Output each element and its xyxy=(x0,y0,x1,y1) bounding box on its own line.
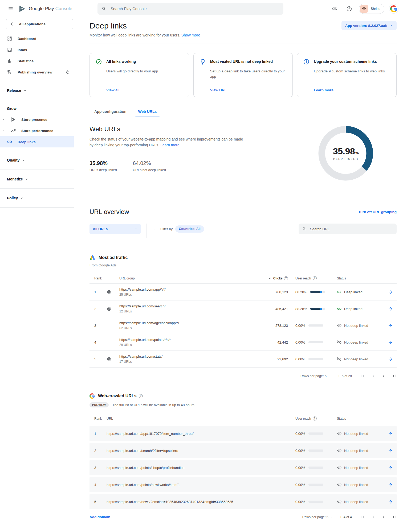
table-row[interactable]: 4 https://sample.url.com/points/howitwor… xyxy=(89,477,397,492)
view-url-link[interactable]: View URL xyxy=(210,84,287,92)
url-group: https://sample.url.com/points/*/c/* xyxy=(119,338,256,342)
preview-target-icon[interactable] xyxy=(107,306,112,311)
col-status: Status xyxy=(333,417,384,420)
sidebar-item-publishing-overview[interactable]: Publishing overview xyxy=(0,67,74,78)
card-title: Upgrade your custom scheme links xyxy=(314,59,377,64)
open-row-arrow-icon[interactable] xyxy=(384,448,397,453)
url: https://sample.url.com/news/?emclan=1035… xyxy=(107,500,288,504)
page-title: Deep links xyxy=(89,21,127,30)
sync-icon[interactable] xyxy=(66,70,70,75)
main-content: Deep links App version: 8.2.027.aab Moni… xyxy=(74,18,403,532)
sidebar-section-policy[interactable]: Policy xyxy=(0,192,74,204)
next-page-icon[interactable] xyxy=(381,514,386,519)
table-row[interactable]: 1 https://sample.url.com/app/*/*/25 URLs… xyxy=(89,284,397,300)
dropdown-caret-icon xyxy=(330,516,333,518)
table-row[interactable]: 2 https://sample.url.com/search/?filter=… xyxy=(89,443,397,458)
user-reach-help-icon[interactable]: ? xyxy=(313,416,317,420)
status-badge: Not deep linked xyxy=(333,465,384,470)
table-row[interactable]: 4 https://sample.url.com/points/*/c/*29 … xyxy=(89,334,397,351)
sidebar-section-release[interactable]: Release xyxy=(0,84,74,97)
hamburger-menu-icon[interactable] xyxy=(5,3,16,14)
page-subtitle: Monitor how well deep links are working … xyxy=(89,33,397,37)
show-more-link[interactable]: Show more xyxy=(181,33,200,37)
open-row-arrow-icon[interactable] xyxy=(384,482,397,487)
prev-page-icon[interactable] xyxy=(371,514,376,519)
clicks-value: 22,692 xyxy=(256,357,288,361)
reach-value: 0.00% xyxy=(295,449,305,453)
table-row[interactable]: 5 https://sample.url.com/stats/17 URLs 2… xyxy=(89,351,397,368)
open-row-arrow-icon[interactable] xyxy=(384,340,397,345)
last-page-icon[interactable] xyxy=(392,373,397,378)
reach-value: 0.00% xyxy=(295,324,305,328)
global-search[interactable] xyxy=(97,3,283,15)
open-row-arrow-icon[interactable] xyxy=(384,290,397,295)
user-reach-help-icon[interactable]: ? xyxy=(313,276,317,280)
status-badge: Not deep linked xyxy=(333,482,384,487)
search-icon xyxy=(102,6,106,11)
reach-value: 0.00% xyxy=(295,432,305,436)
open-row-arrow-icon[interactable] xyxy=(384,499,397,504)
last-page-icon[interactable] xyxy=(392,514,397,519)
donut-value: 35.98 xyxy=(333,146,355,156)
all-applications-button[interactable]: All applications xyxy=(6,19,73,29)
table-row[interactable]: 3 https://sample.url.com/agecheck/app/*/… xyxy=(89,317,397,334)
tab-web-urls[interactable]: Web URLs xyxy=(133,109,162,117)
open-row-arrow-icon[interactable] xyxy=(384,431,397,436)
app-version-selector[interactable]: App version: 8.2.027.aab xyxy=(341,21,397,30)
table-row[interactable]: 1 https://sample.url.com/app/1817070/ite… xyxy=(89,426,397,441)
web-crawled-help-icon[interactable]: ? xyxy=(139,394,143,398)
tab-app-configuration[interactable]: App configuration xyxy=(89,109,131,117)
sidebar-item-dashboard[interactable]: Dashboard xyxy=(0,33,74,44)
sidebar-item-deep-links[interactable]: Deep links xyxy=(0,136,74,147)
col-clicks[interactable]: Clicks ? xyxy=(256,276,288,280)
deep-linked-donut-chart: 35.98% DEEP LINKED xyxy=(318,125,374,181)
google-account-avatar[interactable] xyxy=(389,4,398,13)
app-switcher-chip[interactable]: Shrine xyxy=(359,4,384,14)
url-group: https://sample.url.com/stats/ xyxy=(119,354,256,358)
table-row[interactable]: 2 https://sample.url.com/search/12 URLs … xyxy=(89,300,397,317)
prev-page-icon[interactable] xyxy=(371,373,376,378)
status-badge: Deep linked xyxy=(333,290,384,294)
inbox-icon xyxy=(7,47,12,52)
help-icon[interactable] xyxy=(344,4,354,14)
first-page-icon[interactable] xyxy=(360,373,365,378)
reach-value: 0.00% xyxy=(295,340,305,344)
learn-more-link[interactable]: Learn more xyxy=(160,143,180,147)
turn-off-url-grouping-link[interactable]: Turn off URL grouping xyxy=(359,210,397,214)
reach-bar xyxy=(308,324,323,327)
open-row-arrow-icon[interactable] xyxy=(384,306,397,311)
table-row[interactable]: 3 https://sample.url.com/points/shop/c/p… xyxy=(89,460,397,475)
view-all-link[interactable]: View all xyxy=(106,84,183,92)
reach-bar xyxy=(308,449,323,452)
url-search-input[interactable] xyxy=(310,227,393,231)
rows-per-page-dropdown[interactable]: Rows per page: 5 xyxy=(302,515,333,519)
next-page-icon[interactable] xyxy=(381,373,386,378)
sidebar-section-quality[interactable]: Quality xyxy=(0,154,74,166)
table-row[interactable]: 5 https://sample.url.com/news/?emclan=10… xyxy=(89,494,397,509)
reach-bar xyxy=(308,484,323,486)
preview-target-icon[interactable] xyxy=(107,357,112,362)
link-shortcut-icon[interactable] xyxy=(330,4,340,14)
sidebar-item-store-presence[interactable]: Store presence xyxy=(0,114,74,125)
open-row-arrow-icon[interactable] xyxy=(384,323,397,328)
preview-target-icon[interactable] xyxy=(107,290,112,295)
url-search[interactable] xyxy=(299,224,397,234)
chevron-down-icon xyxy=(25,178,29,181)
learn-more-link[interactable]: Learn more xyxy=(314,84,390,92)
open-row-arrow-icon[interactable] xyxy=(384,357,397,362)
sidebar-item-inbox[interactable]: Inbox xyxy=(0,44,74,55)
open-row-arrow-icon[interactable] xyxy=(384,465,397,470)
rows-per-page-dropdown[interactable]: Rows per page: 5 xyxy=(300,374,331,378)
sidebar-item-store-performance[interactable]: Store performance xyxy=(0,125,74,136)
search-input[interactable] xyxy=(110,6,279,11)
clicks-help-icon[interactable]: ? xyxy=(284,276,288,280)
add-domain-link[interactable]: Add domain xyxy=(89,515,110,519)
url-type-dropdown[interactable]: All URLs xyxy=(89,224,141,234)
play-console-logo[interactable]: Google Play Console xyxy=(18,5,85,13)
first-page-icon[interactable] xyxy=(360,514,365,519)
all-applications-label: All applications xyxy=(19,22,46,26)
sidebar-section-monetize[interactable]: Monetize xyxy=(0,173,74,185)
countries-filter-chip[interactable]: Countries: All xyxy=(175,225,204,233)
sidebar-item-statistics[interactable]: Statistics xyxy=(0,55,74,67)
google-ads-icon xyxy=(89,255,95,261)
